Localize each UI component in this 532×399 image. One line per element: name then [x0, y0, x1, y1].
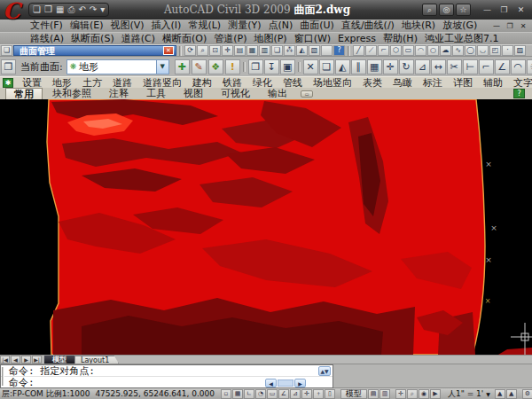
ribbon-minimize-icon[interactable]: ▭ — [301, 90, 313, 98]
tab-home[interactable]: 常用 — [5, 88, 43, 99]
copy-icon[interactable]: ❏ — [319, 59, 334, 74]
grid-toggle[interactable]: ▦ — [232, 389, 243, 399]
scale-icon[interactable]: ⊿ — [415, 59, 430, 74]
command-window-grip[interactable] — [2, 367, 4, 386]
layer-manager-icon[interactable]: ❐ — [1, 59, 16, 74]
polygon-icon[interactable]: ⬡ — [390, 45, 402, 56]
surface-warning-button[interactable]: ! — [225, 59, 240, 74]
zoom-icon[interactable]: ⌕ — [407, 389, 418, 399]
close-button[interactable]: ✕ — [513, 4, 528, 17]
coordinates-readout[interactable]: 47525.925, 65246.641, 0.000 — [95, 389, 215, 398]
extend-icon[interactable]: ⊢ — [463, 59, 478, 74]
menu-item[interactable]: 横断面(O) — [159, 33, 210, 45]
ellipse-arc-icon[interactable]: ◡ — [477, 45, 489, 56]
rotate-icon[interactable]: ↻ — [399, 59, 414, 74]
menu-item[interactable]: 曲面(U) — [296, 20, 338, 32]
new-icon[interactable]: ❏ — [33, 4, 41, 15]
command-hscrollbar[interactable]: ◀ ▶ — [265, 379, 306, 387]
favorites-icon[interactable]: ☆ — [456, 4, 471, 16]
scroll-thumb[interactable] — [278, 379, 293, 387]
menu-item[interactable]: Express — [334, 33, 379, 45]
doc-close-button[interactable]: ✕ — [518, 22, 528, 30]
ortho-toggle[interactable]: ∟ — [244, 389, 254, 399]
communication-center-icon[interactable]: ◎ — [439, 4, 454, 16]
export-icon[interactable]: ▧ — [309, 45, 320, 56]
otrack-toggle[interactable]: ∠ — [278, 389, 289, 399]
qp-toggle[interactable]: ▯ — [325, 389, 335, 399]
points-icon[interactable]: ⁂ — [284, 45, 295, 56]
quick-view-drawings-icon[interactable]: ▥ — [379, 389, 390, 399]
zoom-window-icon[interactable]: ⊡ — [209, 45, 221, 56]
hongye-app-icon[interactable]: ✱ — [3, 78, 13, 88]
drawing-canvas[interactable]: × × × × — [0, 99, 532, 355]
command-window[interactable]: 命令: 指定对角点: 命令: ▲▼ ◀ ▶ — [0, 364, 333, 388]
tab-visualize[interactable]: 可视化 — [213, 88, 258, 99]
sheet-set-icon[interactable]: ▥ — [259, 45, 270, 56]
mirror-icon[interactable]: ◭ — [335, 59, 350, 74]
search-icon[interactable]: ⌕ — [422, 4, 437, 16]
dyn-toggle[interactable]: ✛ — [301, 389, 312, 399]
ellipse-icon[interactable]: ◯ — [465, 45, 476, 56]
annotation-visibility-icon[interactable]: ▲ — [495, 389, 505, 399]
save-icon[interactable]: ▦ — [56, 4, 64, 15]
menu-item[interactable]: 放坡(G) — [439, 20, 481, 32]
properties-icon[interactable]: ▤ — [234, 45, 246, 56]
menu-item[interactable]: 窗口(W) — [291, 33, 334, 45]
undo-icon[interactable]: ↶ — [78, 4, 85, 15]
open-icon[interactable]: ❐ — [44, 4, 52, 15]
tab-output[interactable]: 输出 — [260, 88, 295, 99]
scroll-left-icon[interactable]: ◀ — [265, 379, 277, 387]
command-scroll-icon[interactable]: ▲▼ — [318, 366, 331, 376]
tab-tools[interactable]: 工具 — [138, 88, 174, 99]
annotation-autoscale-icon[interactable]: ▲ — [506, 389, 517, 399]
erase-icon[interactable]: ✕ — [303, 59, 318, 74]
menu-item[interactable]: 视图(V) — [106, 20, 147, 32]
pan-icon[interactable]: ✛ — [395, 389, 406, 399]
tab-annotate[interactable]: 注释 — [101, 88, 137, 99]
doc-restore-button[interactable]: ❐ — [505, 22, 515, 30]
ribbon-help-icon[interactable]: ? — [513, 89, 525, 98]
xline-icon[interactable]: ⟋ — [365, 45, 377, 56]
menu-item[interactable]: 道路(C) — [118, 33, 159, 45]
palette-close-icon[interactable]: ✕ — [163, 46, 174, 55]
redo-icon[interactable]: ↷ — [90, 4, 97, 15]
menu-item[interactable]: 直线/曲线(/) — [338, 20, 398, 32]
menu-item[interactable]: 路线(A) — [27, 33, 67, 45]
quick-view-layouts-icon[interactable]: ▤ — [368, 389, 379, 399]
app-menu-logo[interactable]: C — [3, 0, 26, 25]
break-icon[interactable]: ⌐ — [479, 59, 494, 74]
menu-item[interactable]: 插入(I) — [148, 20, 185, 32]
import-icon[interactable]: ↧ — [264, 59, 279, 74]
snap-toggle[interactable]: ▫ — [221, 389, 231, 399]
ducs-toggle[interactable]: ⊿ — [290, 389, 301, 399]
first-layout-button[interactable]: |◀ — [0, 356, 10, 364]
tab-view[interactable]: 视图 — [176, 88, 211, 99]
next-layout-button[interactable]: ▶ — [21, 356, 31, 364]
doc-minimize-button[interactable]: — — [491, 22, 502, 30]
arc-icon[interactable]: ◠ — [415, 45, 426, 56]
tab-blocks[interactable]: 块和参照 — [44, 88, 99, 99]
prev-layout-button[interactable]: ◀ — [11, 356, 20, 364]
menu-item[interactable]: 文件(F) — [27, 20, 66, 32]
surface-edit-button[interactable]: ✎ — [192, 59, 207, 74]
qat-customize-icon[interactable]: ▾ — [100, 4, 105, 15]
table-icon[interactable]: ▦ — [246, 45, 258, 56]
surface-icon[interactable]: ◭ — [296, 45, 308, 56]
menu-item[interactable]: 帮助(H) — [379, 33, 421, 45]
move-icon[interactable]: ✛ — [383, 59, 398, 74]
array-icon[interactable]: ▦ — [367, 59, 382, 74]
model-tab[interactable]: 模型 — [44, 356, 74, 364]
surface-manager-palette-title[interactable]: 曲面管理 ✕ — [13, 45, 176, 56]
menu-item[interactable]: 纵断面(S) — [67, 33, 118, 45]
pan-icon[interactable]: ✛ — [222, 45, 233, 56]
scroll-right-icon[interactable]: ▶ — [294, 379, 306, 387]
current-surface-combobox[interactable]: ❋ 地形 ▼ — [66, 59, 169, 74]
last-layout-button[interactable]: ▶| — [32, 356, 42, 364]
fillet-icon[interactable]: ◠ — [511, 59, 526, 74]
menu-item[interactable]: 编辑(E) — [66, 20, 107, 32]
stretch-icon[interactable]: ↔ — [431, 59, 446, 74]
menu-item[interactable]: 常规(L) — [184, 20, 224, 32]
spline-icon[interactable]: ∿ — [452, 45, 464, 56]
sheet-icon[interactable]: ❏ — [1, 45, 12, 56]
surface-style-button[interactable]: ❖ — [208, 59, 223, 74]
